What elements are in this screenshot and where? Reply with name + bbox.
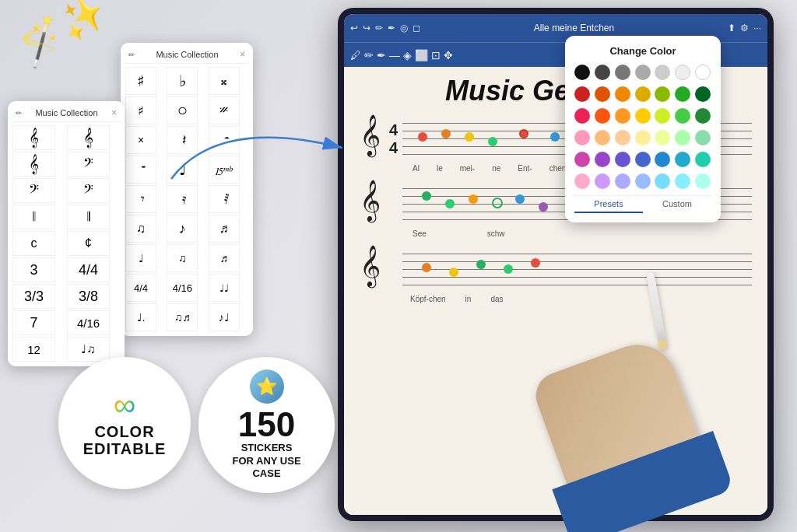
- color-forest-green[interactable]: [695, 108, 711, 124]
- sticker-cell[interactable]: 12: [12, 337, 55, 362]
- sticker-cell[interactable]: ♫♬: [167, 303, 198, 331]
- presets-tab[interactable]: Presets: [574, 196, 643, 213]
- color-light-yellow[interactable]: [635, 130, 651, 145]
- sticker-cell[interactable]: 4/4: [125, 274, 156, 302]
- pen-icon[interactable]: ✏: [375, 23, 383, 33]
- sticker-cell[interactable]: ♫: [125, 215, 156, 243]
- color-lime[interactable]: [655, 86, 670, 102]
- sticker-cell[interactable]: 𝄞: [12, 152, 55, 177]
- sticker-cell[interactable]: ♩.: [125, 303, 156, 331]
- color-black[interactable]: [574, 65, 590, 80]
- sticker-cell[interactable]: 𝄢: [67, 178, 110, 203]
- color-silver[interactable]: [655, 65, 670, 80]
- sticker-cell[interactable]: 𝄿: [167, 185, 198, 213]
- sticker-cell[interactable]: ♩: [167, 156, 198, 184]
- sticker-cell[interactable]: 𝄹: [209, 156, 240, 184]
- sticker-cell[interactable]: 𝅀: [209, 185, 240, 213]
- color-peach[interactable]: [595, 130, 610, 145]
- sticker-cell[interactable]: ×: [125, 126, 156, 154]
- color-blue-purple[interactable]: [635, 152, 651, 167]
- redo-icon[interactable]: ↪: [363, 23, 370, 33]
- sticker-cell[interactable]: 3: [12, 257, 55, 282]
- color-yellow[interactable]: [635, 108, 651, 124]
- color-medium-green[interactable]: [675, 108, 690, 124]
- color-light-pink[interactable]: [574, 130, 590, 145]
- settings-icon[interactable]: ⚙: [740, 23, 749, 33]
- color-pale-mint[interactable]: [695, 173, 711, 189]
- sticker-cell[interactable]: ♪♩: [209, 303, 240, 331]
- color-yellow-green[interactable]: [655, 108, 670, 124]
- color-skin[interactable]: [615, 130, 630, 145]
- circle-icon[interactable]: ◎: [400, 23, 408, 33]
- sticker-cell[interactable]: ♪: [167, 215, 198, 243]
- move-icon[interactable]: ✥: [444, 49, 453, 61]
- close-button-back[interactable]: ×: [240, 49, 245, 60]
- sticker-cell[interactable]: ♯: [125, 96, 156, 124]
- color-gray[interactable]: [615, 65, 630, 80]
- sticker-cell[interactable]: 𝄞: [12, 125, 55, 150]
- color-green[interactable]: [675, 86, 690, 102]
- color-red[interactable]: [574, 86, 590, 102]
- sticker-cell[interactable]: ♫: [167, 244, 198, 272]
- eraser-icon[interactable]: ◻: [413, 23, 420, 33]
- color-purple[interactable]: [595, 152, 610, 167]
- sticker-cell[interactable]: c: [12, 231, 55, 256]
- color-blue[interactable]: [655, 152, 670, 167]
- pencil2-icon[interactable]: ✒: [377, 49, 386, 61]
- sticker-cell[interactable]: 4/16: [167, 274, 198, 302]
- color-periwinkle[interactable]: [615, 173, 630, 189]
- color-indigo[interactable]: [615, 152, 630, 167]
- color-teal[interactable]: [675, 152, 690, 167]
- sticker-cell[interactable]: 𝄾: [125, 185, 156, 213]
- color-sky-blue[interactable]: [655, 173, 670, 189]
- color-light-lime[interactable]: [655, 130, 670, 145]
- custom-tab[interactable]: Custom: [643, 196, 711, 213]
- color-light-blue[interactable]: [635, 173, 651, 189]
- sticker-cell[interactable]: 𝄂: [67, 205, 110, 229]
- color-red-orange[interactable]: [595, 108, 610, 124]
- color-light-pink2[interactable]: [574, 173, 590, 189]
- sticker-cell[interactable]: ♯: [125, 67, 156, 95]
- sticker-cell[interactable]: 4/4: [67, 257, 110, 282]
- color-orange[interactable]: [615, 86, 630, 102]
- marker-icon[interactable]: ✏: [364, 49, 374, 61]
- sticker-cell[interactable]: ♬: [209, 215, 240, 243]
- sticker-cell[interactable]: ♩♫: [67, 337, 110, 362]
- color-mint[interactable]: [695, 130, 711, 145]
- color-darkgray[interactable]: [595, 65, 610, 80]
- sticker-cell[interactable]: 𝄻: [125, 156, 156, 184]
- sticker-cell[interactable]: ¢: [67, 231, 110, 256]
- sticker-cell[interactable]: 𝄀𝄁: [12, 205, 55, 229]
- sticker-cell[interactable]: 𝄞: [67, 125, 110, 150]
- sticker-cell[interactable]: ♭: [167, 67, 198, 95]
- color-lightgray[interactable]: [635, 65, 651, 80]
- sticker-cell[interactable]: 𝄪: [209, 67, 240, 95]
- sticker-cell[interactable]: ♩: [125, 244, 156, 272]
- line-icon[interactable]: —: [389, 49, 400, 61]
- undo-icon[interactable]: ↩: [350, 23, 358, 33]
- sticker-cell[interactable]: 𝄏: [209, 96, 240, 124]
- sticker-cell[interactable]: ○: [167, 96, 198, 124]
- close-button-front[interactable]: ×: [111, 107, 117, 118]
- sticker-cell[interactable]: ♩♩: [209, 274, 240, 302]
- share-icon[interactable]: ⬆: [728, 23, 736, 33]
- sticker-cell[interactable]: 𝄼: [209, 126, 240, 154]
- more-icon[interactable]: ···: [753, 23, 761, 33]
- sticker-cell[interactable]: 𝄽: [167, 126, 198, 154]
- color-amber[interactable]: [615, 108, 630, 124]
- color-cyan-green[interactable]: [695, 152, 711, 167]
- color-white2[interactable]: [695, 65, 711, 80]
- sticker-cell[interactable]: 𝄢: [67, 152, 110, 177]
- color-dark-green[interactable]: [695, 86, 711, 102]
- color-light-green[interactable]: [675, 130, 690, 145]
- fill-icon[interactable]: ◈: [403, 49, 412, 61]
- color-light-cyan[interactable]: [675, 173, 690, 189]
- color-pink-red[interactable]: [574, 108, 590, 124]
- color-lavender[interactable]: [595, 173, 610, 189]
- brush-icon[interactable]: 🖊: [350, 49, 361, 61]
- sticker-cell[interactable]: ♬: [209, 244, 240, 272]
- color-orange-red[interactable]: [595, 86, 610, 102]
- sticker-cell[interactable]: 3/3: [12, 284, 55, 309]
- select-icon[interactable]: ⊡: [431, 49, 441, 61]
- color-purple-pink[interactable]: [574, 152, 590, 167]
